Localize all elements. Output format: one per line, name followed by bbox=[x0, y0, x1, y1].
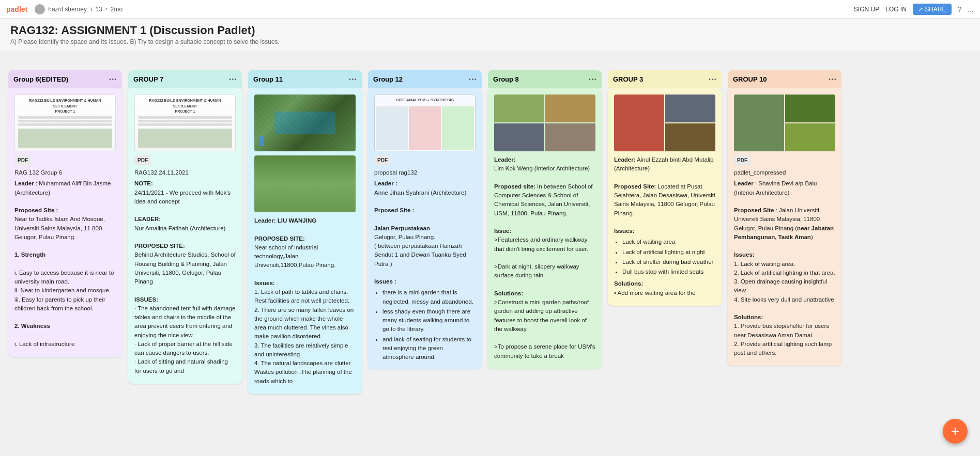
card-group3-0: Leader: Ainul Ezzah binti Abd Mutalip (A… bbox=[608, 88, 722, 306]
card-content-group12: Leader : Anne Jihan Syahrani (Architectu… bbox=[374, 179, 476, 286]
doc-map-g7 bbox=[138, 129, 232, 148]
card-content-group8: Leader: Lim Kok Weng (Interior Architect… bbox=[494, 155, 595, 360]
doc-line-3 bbox=[18, 123, 112, 126]
column-more-group8[interactable]: ⋯ bbox=[588, 74, 596, 84]
card-group11-0: Leader: LIU WANJING PROPOSED SITE: Near … bbox=[248, 88, 362, 394]
analysis-grid bbox=[375, 105, 475, 151]
topbar: padlet hazril sherney + 13 • 2mo SIGN UP… bbox=[0, 0, 980, 19]
analysis-cell-2 bbox=[409, 106, 441, 150]
column-header-group8: Group 8 ⋯ bbox=[488, 70, 602, 88]
card-content-group3: Leader: Ainul Ezzah binti Abd Mutalip (A… bbox=[614, 155, 715, 235]
site-image-group11 bbox=[254, 155, 356, 212]
analysis-cell-3 bbox=[442, 106, 474, 150]
card-group8-0: Leader: Lim Kok Weng (Interior Architect… bbox=[488, 88, 602, 369]
column-title-group3: GROUP 3 bbox=[613, 75, 643, 83]
grid-cell-1 bbox=[494, 95, 544, 122]
aerial-image-group11 bbox=[254, 95, 356, 151]
more-options-button[interactable]: ... bbox=[968, 5, 974, 13]
combo-right bbox=[665, 95, 715, 151]
column-more-group10[interactable]: ⋯ bbox=[828, 74, 836, 84]
board: Group 6(EDITED) ⋯ RAG132 BUILD ENVIRONME… bbox=[0, 62, 980, 456]
aerial-marker bbox=[259, 136, 264, 146]
column-group10: GROUP 10 ⋯ PDF padlet_compressed Leader … bbox=[728, 70, 841, 371]
image-combo-group3 bbox=[614, 95, 715, 151]
solutions-group3: Solutions:• Add more waiting area for th… bbox=[614, 279, 715, 297]
doc-line-1 bbox=[18, 116, 112, 119]
card-group7-0: RAG132 BUILD ENVIRONMENT & HUMAN SETTLEM… bbox=[128, 88, 242, 384]
login-link[interactable]: LOG IN bbox=[885, 6, 907, 13]
column-more-group3[interactable]: ⋯ bbox=[708, 74, 716, 84]
topbar-right: SIGN UP LOG IN ↗ SHARE ? ... bbox=[854, 4, 974, 15]
column-title-group7: GROUP 7 bbox=[133, 75, 163, 83]
column-header-group3: GROUP 3 ⋯ bbox=[608, 70, 722, 88]
doc-line-g7-2 bbox=[138, 120, 232, 122]
page-title: RAG132: ASSIGNMENT 1 (Discussion Padlet) bbox=[10, 24, 970, 37]
file-name-group6: RAG 132 Group 6 bbox=[14, 168, 116, 177]
g10-cell-3 bbox=[785, 123, 835, 151]
column-header-group6: Group 6(EDITED) ⋯ bbox=[8, 70, 122, 88]
page-subtitle: A) Please identify the space and its iss… bbox=[10, 38, 970, 45]
column-header-group10: GROUP 10 ⋯ bbox=[728, 70, 841, 88]
image-group10 bbox=[734, 95, 835, 151]
doc-map bbox=[18, 129, 112, 148]
time-ago: 2mo bbox=[111, 6, 122, 13]
file-name-group7: RAG132 24.11.2021 bbox=[134, 168, 236, 177]
share-icon: ↗ bbox=[918, 6, 923, 13]
doc-preview-group6: RAG132 BUILD ENVIRONMENT & HUMAN SETTLEM… bbox=[14, 95, 116, 151]
column-more-group11[interactable]: ⋯ bbox=[348, 74, 357, 84]
padlet-logo: padlet bbox=[6, 5, 27, 13]
issue-group12-1: there is a mini garden that is neglected… bbox=[382, 288, 476, 306]
column-more-group6[interactable]: ⋯ bbox=[109, 74, 117, 84]
card-group10-0: PDF padlet_compressed Leader : Shavina D… bbox=[728, 88, 841, 366]
pdf-badge-group12: PDF bbox=[374, 155, 391, 165]
column-group7: GROUP 7 ⋯ RAG132 BUILD ENVIRONMENT & HUM… bbox=[128, 70, 242, 389]
issue-group12-2: less shady even though there are many st… bbox=[382, 307, 476, 334]
column-header-group11: Group 11 ⋯ bbox=[248, 70, 362, 88]
column-group6: Group 6(EDITED) ⋯ RAG132 BUILD ENVIRONME… bbox=[8, 70, 122, 362]
user-avatar bbox=[35, 4, 45, 14]
g10-cell-1 bbox=[734, 95, 784, 151]
column-group12: Group 12 ⋯ SITE ANALYSIS • SYNTHESIS PDF… bbox=[368, 70, 482, 374]
add-button[interactable]: + bbox=[943, 419, 968, 444]
doc-line-g7-3 bbox=[138, 123, 232, 126]
aerial-overlay bbox=[274, 112, 335, 134]
column-group8: Group 8 ⋯ Leader: Lim Kok Weng (Interior… bbox=[488, 70, 602, 374]
page-header: RAG132: ASSIGNMENT 1 (Discussion Padlet)… bbox=[0, 19, 980, 51]
card-content-group11: Leader: LIU WANJING PROPOSED SITE: Near … bbox=[254, 216, 356, 386]
issue-group3-1: Lack of waiting area bbox=[622, 238, 715, 246]
issue-group12-3: and lack of seating for students to rest… bbox=[382, 335, 476, 362]
issue-group3-2: Lack of artificial lighting at night bbox=[622, 248, 715, 257]
column-title-group6: Group 6(EDITED) bbox=[13, 75, 68, 83]
signup-link[interactable]: SIGN UP bbox=[854, 6, 879, 13]
column-title-group12: Group 12 bbox=[373, 75, 403, 83]
issues-list-group3: Lack of waiting area Lack of artificial … bbox=[614, 238, 715, 276]
doc-line-g7-1 bbox=[138, 116, 232, 119]
analysis-cell-1 bbox=[376, 106, 408, 150]
help-button[interactable]: ? bbox=[958, 5, 962, 13]
card-content-group6: Leader : Muhammad Aliff Bin Jasme (Archi… bbox=[14, 179, 116, 349]
column-title-group10: GROUP 10 bbox=[733, 75, 767, 83]
share-button[interactable]: ↗ SHARE bbox=[913, 4, 952, 15]
image-grid-group8 bbox=[494, 95, 595, 151]
file-name-group12: proposal rag132 bbox=[374, 168, 476, 177]
card-content-group7: NOTE: 24/11/2021 - We proceed with Mok's… bbox=[134, 179, 236, 375]
g10-cell-2 bbox=[785, 95, 835, 122]
doc-title-group7: RAG132 BUILD ENVIRONMENT & HUMAN SETTLEM… bbox=[138, 98, 232, 115]
column-title-group8: Group 8 bbox=[493, 75, 519, 83]
issue-group3-3: Lack of shelter during bad weather bbox=[622, 258, 715, 266]
plus-count: + 13 bbox=[90, 6, 102, 13]
column-header-group12: Group 12 ⋯ bbox=[368, 70, 482, 88]
column-more-group12[interactable]: ⋯ bbox=[468, 74, 477, 84]
combo-left bbox=[614, 95, 664, 151]
column-more-group7[interactable]: ⋯ bbox=[228, 74, 237, 84]
card-content-group10: Leader : Shavina Devi a/p Balu (Interior… bbox=[734, 179, 835, 357]
g10-right bbox=[785, 95, 835, 151]
column-header-group7: GROUP 7 ⋯ bbox=[128, 70, 242, 88]
column-group11: Group 11 ⋯ Leader: LIU WANJING PROPOSED … bbox=[248, 70, 362, 399]
topbar-left: padlet hazril sherney + 13 • 2mo bbox=[6, 4, 122, 14]
pdf-badge-group7: PDF bbox=[134, 155, 151, 165]
combo-right-bottom bbox=[665, 123, 715, 151]
column-title-group11: Group 11 bbox=[253, 75, 283, 83]
doc-title: RAG132 BUILD ENVIRONMENT & HUMAN SETTLEM… bbox=[18, 98, 112, 115]
issue-group3-4: Dull bus stop with limited seats bbox=[622, 268, 715, 276]
